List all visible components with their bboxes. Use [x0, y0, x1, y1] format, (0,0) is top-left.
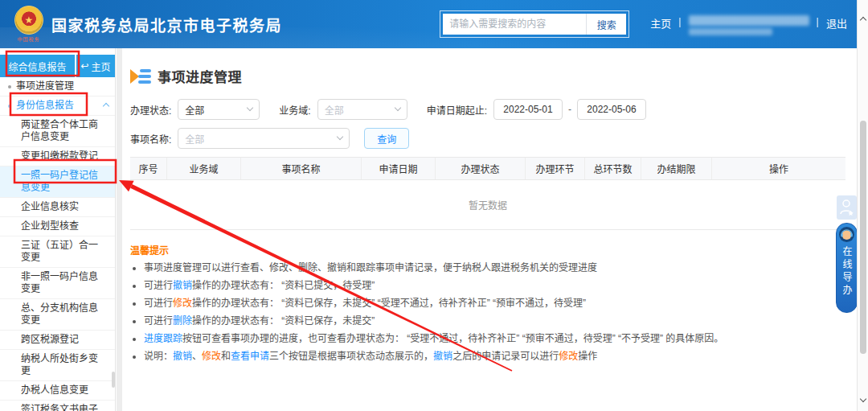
sidebar-item[interactable]: 事项进度管理	[0, 77, 115, 97]
sidebar-item-label: 企业信息核实	[21, 201, 107, 213]
sidebar-item[interactable]: 非一照一码户信息变更	[0, 268, 115, 299]
bar-shape	[138, 75, 151, 78]
page-title: 事项进度管理	[158, 66, 242, 86]
tip-keyword: 撤销	[173, 351, 192, 362]
sidebar-item-label: 企业划型核查	[21, 220, 107, 232]
table-header-cell: 办理状态	[436, 158, 526, 179]
chevron-down-icon	[337, 134, 343, 140]
table-header-cell: 办理环节	[526, 158, 585, 179]
online-guide-tab[interactable]: 在线导办	[836, 223, 858, 313]
tips-list: 事项进度管理可以进行查看、修改、删除、撤销和跟踪事项申请记录，便于纳税人跟进税务…	[130, 261, 845, 364]
page: ★ 中国税务 国家税务总局北京市电子税务局 搜索 主页 | | 退出 综合信息报…	[0, 0, 868, 411]
sidebar-item-label: 身份信息报告	[16, 100, 100, 112]
person-star-icon	[839, 198, 854, 217]
chevron-down-icon	[247, 105, 253, 111]
header-user-links: 主页 | | 退出	[650, 14, 847, 35]
tip-text: 操作	[578, 351, 597, 362]
search-input[interactable]	[443, 14, 586, 35]
tip-text: 、	[192, 351, 202, 362]
table-header-cell: 事项名称	[241, 158, 362, 179]
site-title: 国家税务总局北京市电子税务局	[51, 14, 282, 35]
item-name-filter: 事项名称: 全部	[130, 128, 350, 149]
sidebar-scrollbar-thumb[interactable]	[112, 372, 115, 388]
tip-text: 说明：	[144, 351, 173, 362]
sidebar-item[interactable]: 跨区税源登记	[0, 331, 115, 350]
date-to-input[interactable]: 2022-05-06	[577, 99, 646, 120]
sidebar-item-label: 签订税务文书电子送达确认书	[21, 404, 107, 411]
sidebar-item-label: 非一照一码户信息变更	[21, 271, 107, 295]
date-from-input[interactable]: 2022-05-01	[493, 99, 563, 120]
sidebar-section-title[interactable]: 综合信息报告	[0, 55, 76, 77]
censored-block	[689, 15, 809, 26]
date-label: 申请日期起止:	[427, 103, 487, 117]
home-link[interactable]: 主页	[650, 15, 671, 31]
sidebar-item[interactable]: 身份信息报告	[0, 97, 115, 116]
tip-keyword: 查看申请	[231, 351, 269, 362]
sidebar-item-label: 总、分支机构信息变更	[21, 302, 107, 327]
domain-value: 全部	[325, 103, 344, 117]
search-button[interactable]: 搜索	[586, 14, 626, 35]
online-guide-label: 在线导办	[840, 246, 854, 298]
tip-text: 和	[221, 351, 231, 362]
scrollbar-thumb[interactable]	[860, 121, 866, 354]
sidebar: 综合信息报告 ↩ 主页 事项进度管理身份信息报告两证整合个体工商户信息变更变更扣…	[0, 48, 116, 411]
sidebar-home-label: 主页	[92, 60, 111, 73]
logout-link[interactable]: 退出	[826, 15, 847, 31]
tip-keyword: 撤销	[173, 280, 192, 291]
sidebar-item[interactable]: 企业信息核实	[0, 198, 115, 217]
domain-label: 业务域:	[279, 103, 310, 117]
sidebar-item[interactable]: 变更扣缴税款登记	[0, 147, 115, 166]
tip-item: 进度跟踪按钮可查看事项办理的进度，也可查看办理状态为： “受理不通过，待补齐补正…	[144, 332, 845, 346]
sidebar-item[interactable]: 总、分支机构信息变更	[0, 299, 115, 331]
filter-row-2: 事项名称: 全部 查询	[130, 128, 845, 149]
bullet-dot	[8, 85, 11, 88]
sidebar-home-button[interactable]: ↩ 主页	[76, 55, 115, 77]
sidebar-item[interactable]: 一照一码户登记信息变更	[0, 166, 115, 198]
sidebar-item[interactable]: 办税人信息变更	[0, 381, 115, 401]
page-title-row: 事项进度管理	[130, 66, 845, 86]
member-widget-button[interactable]	[837, 195, 857, 220]
back-arrow-icon: ↩	[80, 61, 88, 71]
tips-section: 温馨提示 事项进度管理可以进行查看、修改、删除、撤销和跟踪事项申请记录，便于纳税…	[130, 243, 845, 364]
item-name-select[interactable]: 全部	[178, 128, 350, 149]
sidebar-item-label: 一照一码户登记信息变更	[21, 170, 107, 194]
tip-keyword: 撤销	[433, 351, 452, 362]
sidebar-item[interactable]: 两证整合个体工商户信息变更	[0, 116, 115, 147]
sidebar-item[interactable]: 企业划型核查	[0, 217, 115, 236]
domain-select[interactable]: 全部	[317, 99, 407, 120]
status-label: 办理状态:	[130, 103, 171, 117]
emblem-star: ★	[25, 15, 34, 25]
table-header-cell: 申请日期	[362, 158, 436, 179]
sidebar-item[interactable]: 三证（五证）合一变更	[0, 236, 115, 268]
sidebar-item-label: 事项进度管理	[16, 80, 108, 92]
scroll-down-arrow[interactable]	[860, 396, 866, 402]
separator: |	[678, 15, 681, 27]
tip-keyword: 修改	[173, 298, 192, 309]
sidebar-item[interactable]: 纳税人所处街乡变更	[0, 350, 115, 381]
table-header-cell: 序号	[130, 158, 167, 179]
tip-keyword: 删除	[173, 315, 192, 327]
tip-text: 可进行	[144, 298, 173, 309]
sidebar-item-label: 办税人信息变更	[21, 384, 107, 397]
table-header-cell: 业务域	[167, 158, 241, 179]
tip-text: 操作的办理状态有： “资料已保存，未提交” “受理不通过，待补齐补正” “预审不…	[192, 298, 586, 309]
query-button[interactable]: 查询	[364, 128, 409, 149]
list-play-icon	[130, 68, 153, 84]
sidebar-item[interactable]: 签订税务文书电子送达确认书	[0, 401, 115, 411]
bar-shape	[140, 69, 151, 72]
table-header-cell: 操作	[712, 158, 845, 179]
layout-gap	[117, 48, 122, 411]
table-header-cell: 办结期限	[641, 158, 712, 179]
tip-text: 事项进度管理可以进行查看、修改、删除、撤销和跟踪事项申请记录，便于纳税人跟进税务…	[144, 262, 597, 273]
status-select[interactable]: 全部	[178, 99, 260, 120]
chevron-down-icon	[394, 105, 400, 111]
header: ★ 中国税务 国家税务总局北京市电子税务局 搜索 主页 | | 退出	[0, 0, 868, 48]
tip-item: 事项进度管理可以进行查看、修改、删除、撤销和跟踪事项申请记录，便于纳税人跟进税务…	[144, 261, 845, 275]
tip-text: 操作的办理状态有： “资料已提交，待受理”	[192, 280, 375, 291]
scroll-up-arrow[interactable]	[860, 17, 866, 23]
progress-table: 序号业务域事项名称申请日期办理状态办理环节总环节数办结期限操作 暂无数据	[130, 157, 845, 230]
sidebar-item-label: 跨区税源登记	[21, 334, 107, 346]
tax-bureau-logo: ★ 中国税务	[14, 6, 43, 43]
main-content: 事项进度管理 办理状态: 全部 业务域: 全部 申请日期起止:	[122, 48, 857, 411]
table-empty-state: 暂无数据	[130, 180, 845, 230]
